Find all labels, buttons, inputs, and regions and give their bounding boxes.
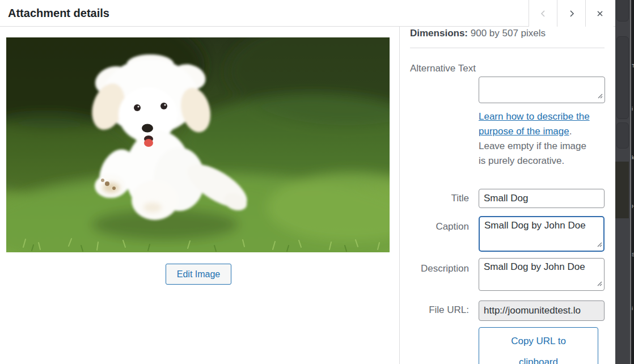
- file-url-input[interactable]: [479, 300, 605, 321]
- copy-url-button[interactable]: Copy URL to clipboard: [479, 327, 598, 364]
- backdrop-element: [616, 0, 629, 22]
- edit-image-button[interactable]: Edit Image: [166, 264, 231, 285]
- file-url-field-row: File URL:: [410, 300, 605, 321]
- title-label: Title: [410, 189, 469, 204]
- backdrop-text-fragment: T: [632, 64, 634, 69]
- close-icon: [595, 9, 605, 18]
- attachment-details-modal: Attachment details: [0, 0, 615, 364]
- screen: T i k H S i Attachment details: [0, 0, 634, 364]
- next-attachment-button[interactable]: [557, 0, 585, 27]
- alt-text-textarea[interactable]: [479, 77, 605, 103]
- modal-title: Attachment details: [8, 0, 109, 26]
- alt-text-help-link[interactable]: Learn how to describe the purpose of the…: [479, 111, 590, 137]
- dimensions-label: Dimensions:: [410, 28, 468, 39]
- title-field-row: Title: [410, 189, 605, 208]
- description-field-row: Description Small Dog by John Doe: [410, 258, 605, 291]
- dimmed-backdrop: T i k H S i: [615, 0, 634, 364]
- backdrop-text-fragment: i: [632, 107, 633, 112]
- title-input[interactable]: [479, 189, 605, 208]
- chevron-left-icon: [539, 9, 548, 18]
- caption-label: Caption: [410, 216, 469, 232]
- media-preview-pane: Edit Image: [0, 27, 399, 364]
- backdrop-element: [616, 122, 629, 149]
- modal-header: Attachment details: [0, 0, 615, 27]
- resize-handle-icon[interactable]: [595, 279, 603, 289]
- dimensions-row: Dimensions: 900 by 507 pixels: [410, 28, 546, 39]
- caption-textarea[interactable]: Small Dog by John Doe: [479, 216, 605, 252]
- file-url-label: File URL:: [410, 300, 469, 316]
- chevron-right-icon: [567, 9, 576, 18]
- backdrop-element: [616, 36, 629, 119]
- backdrop-thumbnail: [615, 162, 629, 218]
- close-modal-button[interactable]: [585, 0, 614, 27]
- dimensions-value: 900 by 507 pixels: [471, 28, 546, 39]
- attachment-image-dog-photo: [6, 37, 390, 252]
- backdrop-text-fragment: k: [632, 155, 634, 160]
- previous-attachment-button[interactable]: [529, 0, 557, 27]
- alt-text-label: Alternative Text: [410, 63, 476, 74]
- backdrop-text-fragment: H: [632, 204, 634, 209]
- modal-nav-buttons: [529, 0, 614, 27]
- resize-handle-icon[interactable]: [595, 240, 603, 250]
- divider: [410, 48, 605, 48]
- alt-text-help: Learn how to describe the purpose of the…: [479, 109, 595, 168]
- description-textarea[interactable]: Small Dog by John Doe: [479, 258, 605, 291]
- description-label: Description: [410, 258, 469, 274]
- attachment-details-sidebar: Dimensions: 900 by 507 pixels Alternativ…: [399, 27, 615, 364]
- resize-handle-icon[interactable]: [596, 91, 603, 101]
- backdrop-text-fragment: S: [632, 252, 634, 257]
- caption-field-row: Caption Small Dog by John Doe: [410, 216, 605, 252]
- backdrop-text-fragment: i: [632, 306, 633, 311]
